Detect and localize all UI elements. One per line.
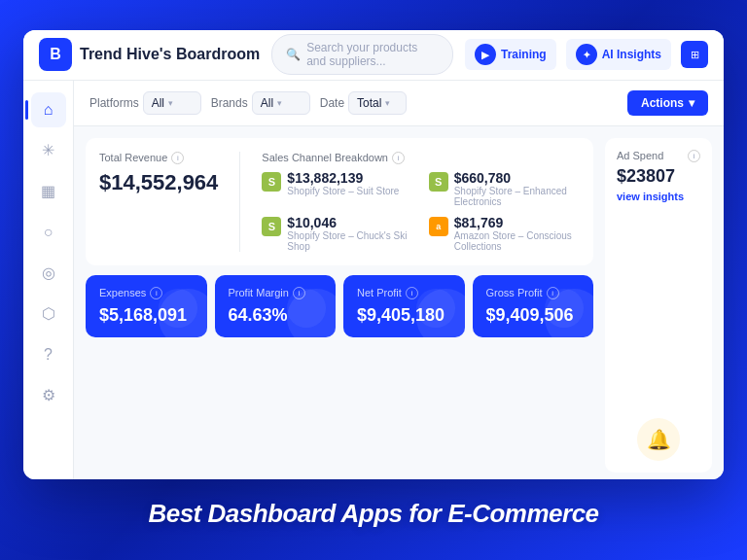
profit-margin-value: 64.63% — [229, 305, 323, 326]
channel-name-1: Shopify Store – Suit Store — [287, 186, 399, 196]
channel-item-3: S $10,046 Shopify Store – Chuck's Ski Sh… — [262, 215, 412, 252]
sidebar: ⌂ ✳ ▦ ○ ◎ ⬡ ? ⚙ — [23, 81, 74, 479]
ad-spend-info-icon[interactable]: i — [688, 150, 700, 162]
logo-icon: B — [39, 38, 72, 71]
net-profit-title: Net Profit i — [357, 287, 451, 299]
grid-icon[interactable]: ⊞ — [681, 41, 708, 68]
view-insights-link[interactable]: view insights — [617, 191, 684, 202]
brands-filter: Brands All ▾ — [211, 91, 310, 115]
gross-profit-card: Gross Profit i $9,409,506 — [473, 275, 594, 337]
total-revenue-box: Total Revenue i $14,552,964 — [99, 152, 218, 252]
bottom-headline: Best Dashboard Apps for E-Commerce — [148, 491, 598, 531]
sidebar-item-globe[interactable]: ◎ — [31, 256, 66, 291]
page-title: Trend Hive's Boardroom — [80, 46, 260, 63]
channel-value-4: $81,769 — [454, 215, 580, 230]
net-profit-value: $9,405,180 — [357, 305, 451, 326]
channel-item-1: S $13,882,139 Shopify Store – Suit Store — [262, 170, 412, 207]
date-label: Date — [320, 96, 344, 110]
main-layout: ⌂ ✳ ▦ ○ ◎ ⬡ ? ⚙ Platforms All ▾ Bra — [23, 81, 724, 479]
training-button[interactable]: ▶ Training — [465, 39, 556, 70]
ad-spend-value: $23807 — [617, 166, 675, 187]
total-revenue-info-icon[interactable]: i — [171, 152, 184, 164]
channel-grid: S $13,882,139 Shopify Store – Suit Store… — [262, 170, 580, 252]
date-arrow: ▾ — [385, 98, 390, 108]
channel-item-2: S $660,780 Shopify Store – Enhanced Elec… — [429, 170, 580, 207]
right-panel: Ad Spend i $23807 view insights 🔔 — [605, 138, 712, 472]
platforms-filter: Platforms All ▾ — [89, 91, 201, 115]
search-placeholder: Search your products and suppliers... — [306, 41, 439, 68]
channel-item-4: a $81,769 Amazon Store – Conscious Colle… — [429, 215, 580, 252]
sidebar-item-help[interactable]: ? — [31, 337, 66, 372]
platforms-select[interactable]: All ▾ — [143, 91, 201, 115]
ai-insights-button[interactable]: ✦ AI Insights — [566, 39, 671, 70]
channel-breakdown: Sales Channel Breakdown i S $13,882,139 … — [262, 152, 580, 252]
shopify-icon-1: S — [262, 172, 281, 192]
dashboard-left: Total Revenue i $14,552,964 Sales Channe… — [86, 138, 593, 472]
gross-profit-value: $9,409,506 — [486, 305, 581, 326]
sidebar-item-home[interactable]: ⌂ — [31, 92, 66, 127]
brands-label: Brands — [211, 96, 248, 110]
logo-area: B Trend Hive's Boardroom — [39, 38, 260, 71]
search-bar[interactable]: 🔍 Search your products and suppliers... — [271, 34, 453, 75]
channel-value-2: $660,780 — [454, 170, 580, 186]
ai-icon: ✦ — [576, 44, 597, 65]
expenses-info-icon[interactable]: i — [150, 287, 162, 299]
profit-margin-info-icon[interactable]: i — [293, 287, 305, 299]
sidebar-item-chart[interactable]: ▦ — [31, 174, 66, 209]
search-icon: 🔍 — [286, 48, 301, 61]
total-revenue-value: $14,552,964 — [99, 170, 218, 195]
platforms-arrow: ▾ — [168, 98, 173, 108]
breakdown-info-icon[interactable]: i — [392, 152, 405, 164]
shopify-icon-2: S — [429, 172, 448, 192]
expenses-card: Expenses i $5,168,091 — [86, 275, 207, 337]
profit-margin-card: Profit Margin i 64.63% — [215, 275, 337, 337]
ad-spend-header: Ad Spend i — [617, 150, 700, 162]
sidebar-item-settings[interactable]: ⚙ — [31, 378, 66, 413]
net-profit-info-icon[interactable]: i — [406, 287, 418, 299]
breakdown-title: Sales Channel Breakdown i — [262, 152, 580, 164]
actions-arrow-icon: ▾ — [689, 96, 694, 110]
top-nav: B Trend Hive's Boardroom 🔍 Search your p… — [23, 30, 724, 81]
training-icon: ▶ — [475, 44, 496, 65]
channel-value-3: $10,046 — [287, 215, 412, 230]
metric-cards: Expenses i $5,168,091 Profit Margin i 64… — [86, 275, 593, 337]
filter-bar: Platforms All ▾ Brands All ▾ Date — [74, 81, 724, 126]
date-filter: Date Total ▾ — [320, 91, 407, 115]
expenses-title: Expenses i — [99, 287, 194, 299]
content-area: Platforms All ▾ Brands All ▾ Date — [74, 81, 724, 479]
amazon-icon-1: a — [429, 217, 448, 236]
brands-select[interactable]: All ▾ — [252, 91, 310, 115]
nav-right: ▶ Training ✦ AI Insights ⊞ — [465, 39, 708, 70]
channel-value-1: $13,882,139 — [287, 170, 399, 186]
total-revenue-title: Total Revenue i — [99, 152, 218, 164]
profit-margin-title: Profit Margin i — [229, 287, 323, 299]
sidebar-item-user[interactable]: ○ — [31, 215, 66, 250]
date-select[interactable]: Total ▾ — [348, 91, 407, 115]
channel-name-4: Amazon Store – Conscious Collections — [454, 230, 580, 252]
channel-name-3: Shopify Store – Chuck's Ski Shop — [287, 230, 412, 252]
shopify-icon-3: S — [262, 217, 281, 236]
notification-bell[interactable]: 🔔 — [637, 418, 680, 461]
gross-profit-info-icon[interactable]: i — [547, 287, 559, 299]
dashboard-main: Total Revenue i $14,552,964 Sales Channe… — [74, 126, 724, 479]
actions-button[interactable]: Actions ▾ — [627, 90, 708, 116]
expenses-value: $5,168,091 — [99, 305, 194, 326]
revenue-section: Total Revenue i $14,552,964 Sales Channe… — [86, 138, 593, 265]
net-profit-card: Net Profit i $9,405,180 — [343, 275, 465, 337]
sidebar-item-analytics[interactable]: ✳ — [31, 133, 66, 168]
sidebar-item-link[interactable]: ⬡ — [31, 297, 66, 332]
gross-profit-title: Gross Profit i — [486, 287, 581, 299]
brands-arrow: ▾ — [277, 98, 282, 108]
channel-name-2: Shopify Store – Enhanced Electronics — [454, 186, 580, 207]
platforms-label: Platforms — [89, 96, 139, 110]
